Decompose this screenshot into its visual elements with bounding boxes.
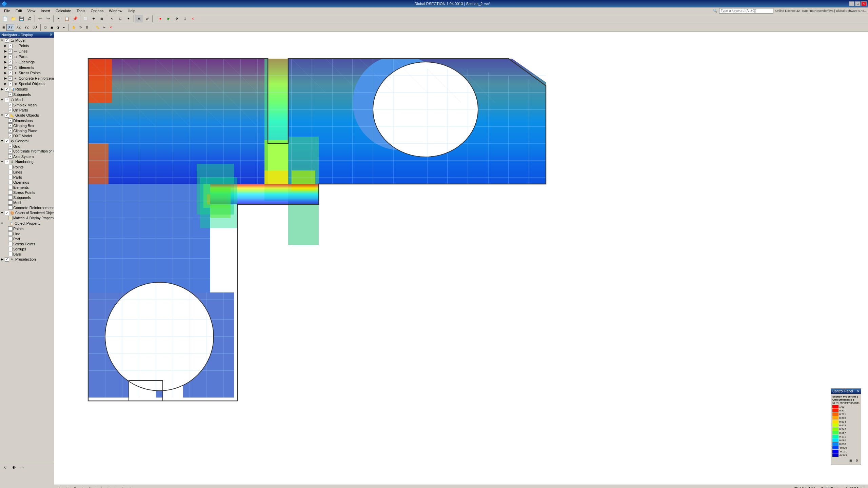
tree-item-num-conc[interactable]: Concrete Reinforcement — [0, 205, 54, 210]
check-points[interactable] — [8, 44, 13, 48]
toggle-lines[interactable]: ▶ — [3, 49, 7, 53]
check-simplex[interactable] — [8, 103, 13, 107]
toggle-special[interactable]: ▶ — [3, 82, 7, 85]
btn-section-cut[interactable]: ✂ — [101, 24, 107, 31]
toggle-general[interactable]: ▼ — [0, 139, 4, 143]
btn-stop[interactable]: ■ — [157, 15, 164, 22]
tree-item-subpanels-r[interactable]: Subpanels — [0, 92, 54, 97]
check-general[interactable] — [5, 139, 9, 143]
check-preselection[interactable] — [5, 257, 9, 262]
btn-open[interactable]: 📁 — [9, 15, 17, 22]
status-btn-5[interactable]: ⬡ — [87, 486, 93, 488]
btn-measure[interactable]: 📏 — [94, 24, 101, 31]
menu-tools[interactable]: Tools — [74, 8, 88, 14]
btn-render-shade[interactable]: ◑ — [55, 24, 61, 31]
tree-item-op-part[interactable]: Part — [0, 236, 54, 241]
check-special[interactable] — [8, 82, 13, 86]
check-op-part[interactable] — [8, 237, 13, 241]
tree-item-num-elem[interactable]: Elements — [0, 185, 54, 190]
check-num-mesh[interactable] — [8, 200, 13, 205]
check-results[interactable] — [5, 87, 9, 92]
btn-copy[interactable]: 📋 — [63, 15, 71, 22]
btn-render-full[interactable]: ● — [61, 24, 66, 31]
tree-item-num-stress[interactable]: Stress Points — [0, 190, 54, 195]
tree-item-num-parts[interactable]: Parts — [0, 175, 54, 180]
check-num-lines[interactable] — [8, 170, 13, 174]
check-op-stirrups[interactable] — [8, 247, 13, 251]
check-numbering[interactable] — [5, 160, 9, 164]
viewport[interactable]: Control Panel ✕ Section Properties | Uni… — [54, 32, 868, 488]
check-parts[interactable] — [8, 55, 13, 59]
tree-item-results[interactable]: ▶ 📊 Results — [0, 86, 54, 92]
nav-btn-move[interactable]: ↔ — [19, 464, 26, 471]
tree-item-num-pts[interactable]: Points — [0, 164, 54, 169]
maximize-button[interactable]: □ — [855, 1, 861, 6]
close-button[interactable]: ✕ — [861, 1, 867, 6]
btn-paste[interactable]: 📌 — [71, 15, 79, 22]
toggle-obj-prop[interactable]: ▼ — [0, 222, 4, 225]
toggle-mesh[interactable]: ▼ — [0, 98, 4, 101]
search-input[interactable] — [719, 8, 773, 14]
navigator-close-button[interactable]: ✕ — [50, 33, 53, 37]
check-stress[interactable] — [8, 71, 13, 75]
tree-item-num-mesh[interactable]: Mesh — [0, 200, 54, 205]
check-lines[interactable] — [8, 49, 13, 54]
btn-rotate[interactable]: ↻ — [78, 24, 84, 31]
check-conc[interactable] — [8, 76, 13, 81]
tree-item-obj-prop[interactable]: ▼ 📋 Object Property — [0, 221, 54, 226]
btn-zoom-window[interactable]: ⬜ — [82, 15, 89, 22]
toggle-stress[interactable]: ▶ — [3, 71, 7, 75]
tree-item-elements[interactable]: ▶ ⬡ Elements — [0, 65, 54, 70]
btn-view-xy[interactable]: XY — [6, 24, 14, 31]
check-op-line[interactable] — [8, 231, 13, 236]
tree-item-clip-plane[interactable]: Clipping Plane — [0, 128, 54, 133]
btn-view-front[interactable]: ⊞ — [1, 24, 6, 31]
tree-item-stress-points[interactable]: ▶ ✦ Stress Points — [0, 70, 54, 76]
status-btn-2[interactable]: □ — [64, 486, 71, 488]
btn-pan[interactable]: ✋ — [70, 24, 77, 31]
tree-item-clip-box[interactable]: Clipping Box — [0, 123, 54, 128]
tree-item-num-sub[interactable]: Subpanels — [0, 195, 54, 200]
tree-item-coord-info[interactable]: Coordinate Information on Cursor — [0, 149, 54, 154]
menu-view[interactable]: View — [25, 8, 38, 14]
btn-close-view[interactable]: ✕ — [108, 24, 114, 31]
btn-wireframe[interactable]: W — [143, 15, 151, 22]
toggle-numbering[interactable]: ▼ — [0, 160, 4, 163]
toggle-elements[interactable]: ▶ — [3, 66, 7, 69]
check-subpanels-r[interactable] — [8, 92, 13, 97]
tree-item-num-openings[interactable]: Openings — [0, 180, 54, 185]
tree-item-on-parts[interactable]: On Parts — [0, 107, 54, 113]
btn-select[interactable]: ↖ — [108, 15, 116, 22]
tree-item-mat-disp[interactable]: Material & Display Properties — [0, 216, 54, 221]
btn-zoom-all[interactable]: ⊞ — [98, 15, 105, 22]
tree-item-op-bars[interactable]: Bars — [0, 251, 54, 257]
tree-item-colors[interactable]: ▼ 🎨 Colors of Rendered Objects by — [0, 210, 54, 216]
menu-insert[interactable]: Insert — [38, 8, 53, 14]
menu-calculate[interactable]: Calculate — [53, 8, 74, 14]
menu-window[interactable]: Window — [106, 8, 125, 14]
btn-render[interactable]: R — [135, 15, 143, 22]
btn-render-wire[interactable]: ⬡ — [42, 24, 48, 31]
check-dxf[interactable] — [8, 134, 13, 138]
check-num-conc[interactable] — [8, 205, 13, 210]
nav-btn-pointer[interactable]: ↖ — [1, 464, 9, 471]
toggle-preselection[interactable]: ▶ — [0, 258, 4, 261]
tree-item-op-line[interactable]: Line — [0, 231, 54, 236]
tree-item-op-stress[interactable]: Stress Points — [0, 241, 54, 246]
btn-print[interactable]: 🖨 — [26, 15, 33, 22]
check-op-pts[interactable] — [8, 226, 13, 231]
check-elements[interactable] — [8, 65, 13, 70]
toggle-guide[interactable]: ▼ — [0, 114, 4, 117]
tree-item-guide[interactable]: ▼ 📐 Guide Objects — [0, 113, 54, 118]
btn-view-xz[interactable]: XZ — [15, 24, 22, 31]
tree-item-preselection[interactable]: ▶ ↖ Preselection — [0, 257, 54, 262]
btn-close-x[interactable]: ✕ — [189, 15, 197, 22]
check-clip-box[interactable] — [8, 123, 13, 128]
check-num-parts[interactable] — [8, 175, 13, 179]
check-on-parts[interactable] — [8, 108, 13, 112]
btn-zoom-fit[interactable]: ⊞ — [84, 24, 90, 31]
tree-item-op-points[interactable]: Points — [0, 226, 54, 231]
toggle-results[interactable]: ▶ — [0, 87, 4, 91]
check-num-openings[interactable] — [8, 180, 13, 184]
cp-zoom-fit[interactable]: ⊞ — [848, 458, 853, 463]
